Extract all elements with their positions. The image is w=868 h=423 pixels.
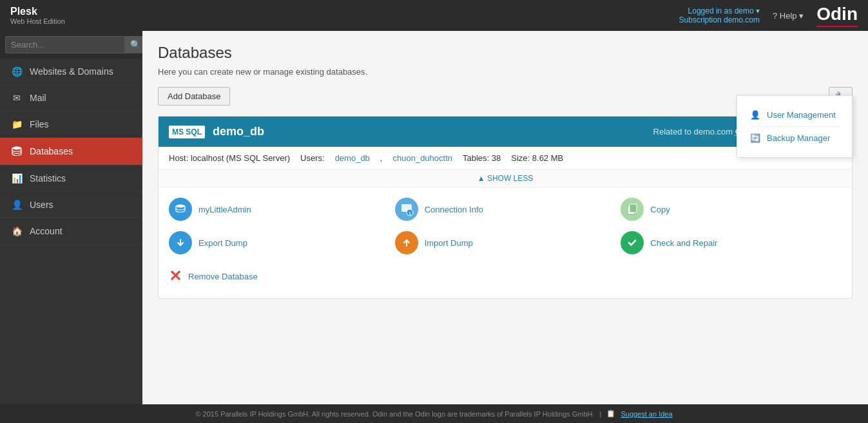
import-icon xyxy=(395,231,418,254)
topbar: Plesk Web Host Edition Logged in as demo… xyxy=(0,0,868,31)
nav-label-databases: Databases xyxy=(30,146,73,156)
sidebar-item-databases[interactable]: Databases xyxy=(0,138,142,165)
show-less-button[interactable]: ▲ SHOW LESS xyxy=(159,170,852,187)
nav-label-statistics: Statistics xyxy=(30,173,66,183)
action-export-label: Export Dump xyxy=(198,238,247,248)
logged-in-label: Logged in as xyxy=(688,6,733,15)
subscription-label: Subscription xyxy=(679,15,722,24)
size-info: Size: 8.62 MB xyxy=(511,153,563,163)
check-repair-icon xyxy=(621,231,644,254)
nav-label-websites: Websites & Domains xyxy=(30,66,113,77)
action-check-repair[interactable]: Check and Repair xyxy=(621,231,842,254)
search-input[interactable] xyxy=(5,36,125,53)
action-copy-label: Copy xyxy=(650,205,670,214)
mla-icon xyxy=(169,198,192,221)
main-layout: 🔍 🌐 Websites & Domains ✉ Mail 📁 Files xyxy=(0,31,868,404)
svg-rect-6 xyxy=(630,204,637,212)
db-actions: myLittleAdmin i Connection Info xyxy=(159,187,852,298)
subscription-domain[interactable]: demo.com xyxy=(724,15,760,24)
footer-copyright: © 2015 Parallels IP Holdings GmbH. All r… xyxy=(195,410,594,418)
action-copy[interactable]: Copy xyxy=(621,198,842,221)
action-remove-label: Remove Database xyxy=(188,272,258,281)
sidebar-item-files[interactable]: 📁 Files xyxy=(0,111,142,138)
backup-manager-label: Backup Manager xyxy=(767,133,830,143)
action-mla-label: myLittleAdmin xyxy=(198,205,251,214)
search-icon: 🔍 xyxy=(130,40,141,50)
user-icon: 👤 xyxy=(10,200,23,210)
nav-label-account: Account xyxy=(30,226,63,236)
content-area: Databases Here you can create new or man… xyxy=(142,31,868,404)
remove-icon: ✕ xyxy=(169,267,182,285)
action-mla[interactable]: myLittleAdmin xyxy=(169,198,390,221)
action-import-label: Import Dump xyxy=(425,238,473,248)
mail-icon: ✉ xyxy=(10,93,23,103)
svg-point-1 xyxy=(176,205,185,208)
product-info: Plesk Web Host Edition xyxy=(10,6,65,25)
user-management-label: User Management xyxy=(767,110,836,120)
svg-text:i: i xyxy=(409,211,410,216)
svg-point-0 xyxy=(12,147,21,150)
user2-link[interactable]: chuon_duhocttn xyxy=(392,153,452,163)
product-name: Plesk xyxy=(10,6,65,17)
popup-panel: 👤 User Management 🔄 Backup Manager xyxy=(737,95,853,158)
action-export-dump[interactable]: Export Dump xyxy=(169,231,390,254)
nav-label-mail: Mail xyxy=(30,93,46,103)
copy-icon xyxy=(621,198,644,221)
username-link[interactable]: demo ▾ xyxy=(735,6,760,15)
user-mgmt-icon: 👤 xyxy=(750,110,760,120)
users-label: Users: xyxy=(300,153,325,163)
sidebar-item-websites-domains[interactable]: 🌐 Websites & Domains xyxy=(0,59,142,85)
product-edition: Web Host Edition xyxy=(10,17,65,25)
footer-separator: | xyxy=(600,410,602,418)
nav-label-files: Files xyxy=(30,119,49,129)
sidebar: 🔍 🌐 Websites & Domains ✉ Mail 📁 Files xyxy=(0,31,142,404)
svg-point-9 xyxy=(626,237,638,249)
search-box: 🔍 xyxy=(0,31,142,59)
action-connection-label: Connection Info xyxy=(425,205,483,214)
backup-manager-link[interactable]: 🔄 Backup Manager xyxy=(750,129,839,147)
host-info: Host: localhost (MS SQL Server) xyxy=(169,153,290,163)
help-button[interactable]: ? Help ▾ xyxy=(773,11,804,21)
database-name: demo_db xyxy=(213,125,646,138)
sidebar-item-users[interactable]: 👤 Users xyxy=(0,192,142,218)
help-icon: ? xyxy=(773,11,777,21)
sidebar-item-statistics[interactable]: 📊 Statistics xyxy=(0,165,142,192)
add-database-button[interactable]: Add Database xyxy=(158,87,230,106)
user-management-link[interactable]: 👤 User Management xyxy=(750,106,839,124)
action-check-repair-label: Check and Repair xyxy=(650,238,717,248)
footer: © 2015 Parallels IP Holdings GmbH. All r… xyxy=(0,404,868,423)
db-type-icon: MS SQL xyxy=(169,126,205,138)
globe-icon: 🌐 xyxy=(10,66,23,77)
backup-icon: 🔄 xyxy=(750,133,760,143)
page-description: Here you can create new or manage existi… xyxy=(158,67,853,77)
help-label: Help xyxy=(780,11,797,21)
sidebar-item-account[interactable]: 🏠 Account xyxy=(0,218,142,245)
login-info: Logged in as demo ▾ Subscription demo.co… xyxy=(679,6,760,24)
export-icon xyxy=(169,231,192,254)
popup-divider xyxy=(750,126,839,127)
chart-icon: 📊 xyxy=(10,173,23,183)
nav-label-users: Users xyxy=(30,200,53,210)
search-button[interactable]: 🔍 xyxy=(125,36,142,53)
action-remove-database[interactable]: ✕ Remove Database xyxy=(169,265,390,288)
sidebar-item-mail[interactable]: ✉ Mail xyxy=(0,85,142,111)
action-import-dump[interactable]: Import Dump xyxy=(395,231,616,254)
page-title: Databases xyxy=(158,44,853,62)
odin-logo: Odin xyxy=(816,4,858,27)
suggest-icon: 📋 xyxy=(606,409,615,418)
suggest-link[interactable]: Suggest an Idea xyxy=(621,410,672,418)
account-icon: 🏠 xyxy=(10,226,23,236)
user1-link[interactable]: demo_db xyxy=(335,153,370,163)
connection-info-icon: i xyxy=(395,198,418,221)
folder-icon: 📁 xyxy=(10,119,23,129)
topbar-right: Logged in as demo ▾ Subscription demo.co… xyxy=(679,4,858,27)
action-connection-info[interactable]: i Connection Info xyxy=(395,198,616,221)
tables-info: Tables: 38 xyxy=(463,153,501,163)
database-icon xyxy=(10,146,23,157)
